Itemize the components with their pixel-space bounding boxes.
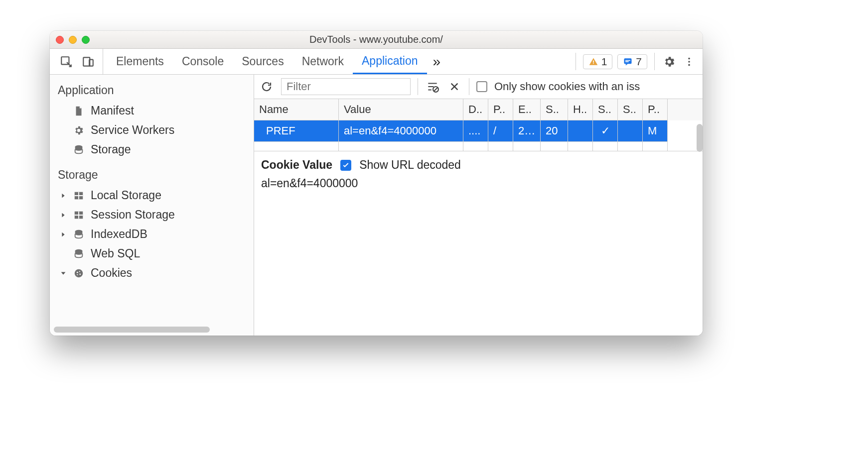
table-row[interactable]: PREF al=en&f4=4000000 .... / 2… 20 ✓ M	[254, 120, 703, 142]
sidebar-item-label: Service Workers	[91, 123, 174, 137]
database-icon	[73, 144, 85, 156]
cell-path: /	[488, 120, 513, 142]
sidebar-item-cookies[interactable]: Cookies	[50, 263, 254, 283]
kebab-menu-icon[interactable]	[682, 54, 697, 69]
cookie-decoded-value: al=en&f4=4000000	[261, 177, 696, 190]
cell-priority: M	[643, 120, 668, 142]
sidebar-item-label: Session Storage	[91, 208, 175, 222]
th-path[interactable]: P..	[488, 99, 513, 120]
tab-network[interactable]: Network	[293, 49, 353, 74]
sidebar-item-session-storage[interactable]: Session Storage	[50, 205, 254, 225]
sidebar-group-application: Application	[50, 75, 254, 101]
th-domain[interactable]: D..	[463, 99, 488, 120]
svg-point-10	[688, 64, 690, 66]
sidebar-item-indexeddb[interactable]: IndexedDB	[50, 225, 254, 244]
th-size[interactable]: S..	[541, 99, 568, 120]
expand-arrow-icon	[60, 192, 67, 199]
th-httponly[interactable]: H..	[568, 99, 593, 120]
svg-point-16	[75, 269, 83, 277]
th-value[interactable]: Value	[339, 99, 463, 120]
show-decoded-label: Show URL decoded	[359, 158, 461, 172]
cell-expires: 2…	[513, 120, 541, 142]
messages-count: 7	[636, 56, 642, 68]
device-toolbar-icon[interactable]	[81, 54, 96, 69]
th-expires[interactable]: E..	[513, 99, 541, 120]
svg-rect-7	[625, 61, 629, 62]
document-icon	[73, 105, 85, 117]
settings-icon[interactable]	[662, 54, 677, 69]
sidebar-item-label: Local Storage	[91, 189, 161, 202]
svg-rect-3	[593, 60, 594, 62]
cell-value: al=en&f4=4000000	[339, 120, 463, 142]
messages-badge[interactable]: 7	[617, 54, 647, 69]
cookie-details: Cookie Value Show URL decoded al=en&f4=4…	[254, 151, 703, 336]
table-header-row: Name Value D.. P.. E.. S.. H.. S.. S.. P…	[254, 99, 703, 120]
refresh-icon[interactable]	[259, 79, 274, 94]
th-priority[interactable]: P..	[643, 99, 668, 120]
svg-point-19	[79, 273, 81, 275]
sidebar: Application Manifest Service Workers	[50, 75, 254, 336]
filter-input[interactable]	[281, 78, 411, 95]
sidebar-item-storage[interactable]: Storage	[50, 140, 254, 159]
cookie-value-label: Cookie Value	[261, 158, 332, 172]
svg-point-20	[77, 274, 78, 275]
cell-domain: ....	[463, 120, 488, 142]
clear-all-icon[interactable]	[447, 79, 462, 94]
only-issue-checkbox[interactable]	[476, 81, 487, 92]
window-title: DevTools - www.youtube.com/	[50, 34, 703, 45]
main: Only show cookies with an iss Name Value…	[254, 75, 703, 336]
th-secure[interactable]: S..	[593, 99, 618, 120]
grid-icon	[73, 190, 85, 202]
separator	[469, 78, 469, 95]
sidebar-item-label: Storage	[91, 143, 131, 156]
svg-point-9	[688, 61, 690, 63]
cell-name: PREF	[254, 120, 339, 142]
sidebar-item-web-sql[interactable]: Web SQL	[50, 244, 254, 263]
tab-sources[interactable]: Sources	[233, 49, 292, 74]
cookies-toolbar: Only show cookies with an iss	[254, 75, 703, 99]
warnings-count: 1	[601, 56, 607, 68]
clear-filtered-icon[interactable]	[425, 79, 440, 94]
devtools-window: DevTools - www.youtube.com/ Elements Con…	[50, 31, 703, 336]
sidebar-item-service-workers[interactable]: Service Workers	[50, 120, 254, 140]
cell-samesite	[618, 120, 643, 142]
svg-rect-6	[625, 60, 630, 61]
expand-arrow-icon	[60, 231, 67, 238]
svg-point-18	[79, 271, 80, 272]
tab-console[interactable]: Console	[173, 49, 233, 74]
inspect-element-icon[interactable]	[59, 54, 74, 69]
sidebar-item-label: Web SQL	[91, 247, 140, 260]
database-icon	[73, 248, 85, 260]
separator	[576, 53, 576, 71]
warnings-badge[interactable]: 1	[583, 54, 613, 69]
cell-size: 20	[541, 120, 568, 142]
tab-elements[interactable]: Elements	[107, 49, 173, 74]
tabbar-right-tools: 1 7	[574, 49, 699, 74]
cookie-icon	[73, 267, 85, 279]
show-decoded-checkbox[interactable]	[340, 160, 351, 171]
sidebar-item-manifest[interactable]: Manifest	[50, 101, 254, 120]
tabbar: Elements Console Sources Network Applica…	[50, 49, 703, 75]
separator	[418, 78, 418, 95]
tab-application[interactable]: Application	[353, 49, 427, 74]
collapse-arrow-icon	[60, 270, 67, 277]
sidebar-group-storage: Storage	[50, 159, 254, 186]
sidebar-item-local-storage[interactable]: Local Storage	[50, 186, 254, 205]
body: Application Manifest Service Workers	[50, 75, 703, 336]
sidebar-scrollbar[interactable]	[54, 327, 210, 333]
tabs-overflow-button[interactable]: »	[427, 49, 447, 74]
sidebar-item-label: IndexedDB	[91, 228, 147, 241]
svg-rect-4	[593, 63, 594, 64]
th-name[interactable]: Name	[254, 99, 339, 120]
cookies-table: Name Value D.. P.. E.. S.. H.. S.. S.. P…	[254, 99, 703, 151]
table-scrollbar[interactable]	[697, 124, 703, 152]
sidebar-item-label: Manifest	[91, 104, 134, 117]
panel-tabs: Elements Console Sources Network Applica…	[107, 49, 446, 74]
expand-arrow-icon	[60, 212, 67, 219]
cell-httponly	[568, 120, 593, 142]
th-samesite[interactable]: S..	[618, 99, 643, 120]
svg-rect-5	[624, 58, 632, 64]
titlebar: DevTools - www.youtube.com/	[50, 31, 703, 49]
grid-icon	[73, 209, 85, 221]
gear-icon	[73, 124, 85, 136]
